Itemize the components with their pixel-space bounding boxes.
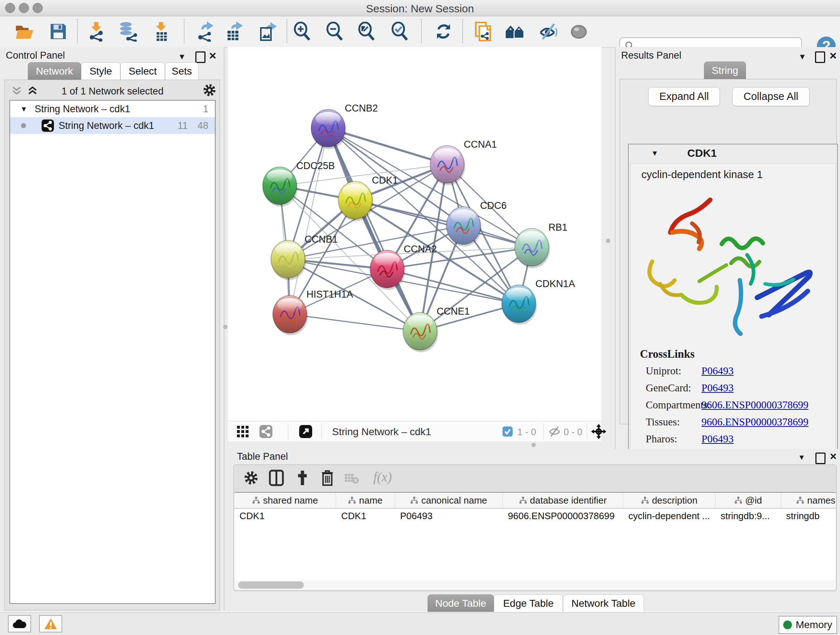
- zoom-selected-icon[interactable]: [390, 21, 410, 42]
- network-row[interactable]: String Network – cdk1 11 48: [10, 117, 215, 134]
- panel-close-icon[interactable]: ×: [209, 49, 216, 63]
- table-settings-gear-icon[interactable]: [243, 470, 259, 486]
- tab-edge-table[interactable]: Edge Table: [494, 594, 563, 612]
- column-header-namespace[interactable]: namespace: [781, 493, 836, 508]
- network-node-cdc6[interactable]: CDC6: [447, 200, 507, 247]
- table-cell[interactable]: stringdb: [781, 509, 836, 524]
- cloud-button[interactable]: [8, 615, 31, 632]
- panel-float-icon[interactable]: [815, 453, 826, 464]
- network-node-ccna1[interactable]: CCNA1: [430, 139, 497, 185]
- column-header-name[interactable]: name: [336, 493, 395, 508]
- collection-collapse-icon[interactable]: ▼: [20, 105, 27, 113]
- panel-menu-icon[interactable]: ▼: [178, 52, 186, 62]
- export-network-icon[interactable]: [195, 21, 216, 42]
- warnings-button[interactable]: [39, 615, 62, 632]
- grid-mode-icon[interactable]: [237, 425, 249, 438]
- control-panel: Control Panel ▼ × Network Style Select S…: [0, 47, 224, 610]
- column-header-databaseidentifier[interactable]: database identifier: [503, 493, 623, 508]
- tab-node-table[interactable]: Node Table: [428, 594, 494, 612]
- network-canvas[interactable]: CCNB2CCNA1CDC25BCDK1CDC6RB1CCNB1CCNA2CDK…: [228, 47, 601, 421]
- column-header-id[interactable]: @id: [715, 493, 781, 508]
- function-builder-icon[interactable]: f(x): [373, 469, 392, 485]
- zoom-in-icon[interactable]: [292, 21, 313, 42]
- selected-checkbox-icon[interactable]: [502, 426, 513, 437]
- panel-float-icon[interactable]: [815, 51, 825, 63]
- add-column-icon[interactable]: [294, 469, 310, 486]
- zoom-fit-icon[interactable]: [357, 21, 377, 42]
- network-node-ccnb2[interactable]: CCNB2: [311, 103, 378, 149]
- section-collapse-icon[interactable]: ▼: [651, 149, 658, 157]
- table-cell[interactable]: stringdb:9...: [715, 509, 781, 524]
- import-table-icon[interactable]: [151, 21, 171, 42]
- export-table-icon[interactable]: [224, 21, 245, 42]
- tab-string[interactable]: String: [704, 62, 746, 79]
- network-node-ccne1[interactable]: CCNE1: [403, 306, 470, 352]
- network-edge[interactable]: [328, 128, 447, 165]
- table-row[interactable]: CDK1CDK1P064939606.ENSP00000378699cyclin…: [234, 509, 836, 524]
- refresh-icon[interactable]: [433, 21, 454, 42]
- crosslink-link[interactable]: P06493: [701, 382, 734, 394]
- panel-menu-icon[interactable]: ▼: [798, 453, 805, 462]
- column-type-icon: [734, 496, 742, 504]
- copy-style-icon[interactable]: [473, 21, 493, 42]
- delete-column-icon[interactable]: [320, 469, 335, 486]
- column-header-canonicalname[interactable]: canonical name: [395, 493, 503, 508]
- network-node-cdkn1a[interactable]: CDKN1A: [502, 279, 575, 325]
- network-collection-row[interactable]: ▼ String Network – cdk1 1: [10, 101, 215, 117]
- tab-sets[interactable]: Sets: [165, 62, 199, 80]
- network-view-icon[interactable]: [259, 424, 273, 439]
- scrollbar-thumb[interactable]: [238, 581, 304, 589]
- open-session-icon[interactable]: [14, 21, 35, 42]
- hidden-eye-icon[interactable]: [548, 426, 561, 437]
- export-image-icon[interactable]: [257, 21, 278, 42]
- column-header-sharedname[interactable]: shared name: [234, 493, 336, 508]
- panel-close-icon[interactable]: ×: [830, 450, 837, 463]
- network-node-rb1[interactable]: RB1: [515, 222, 568, 268]
- node-label: CDC6: [480, 200, 507, 211]
- panel-close-icon[interactable]: ×: [829, 49, 837, 63]
- memory-button[interactable]: Memory: [778, 616, 837, 634]
- table-horizontal-scrollbar[interactable]: [234, 580, 836, 590]
- network-edge[interactable]: [290, 128, 328, 314]
- network-node-hist1h1a[interactable]: HIST1H1A: [273, 289, 353, 335]
- tab-style[interactable]: Style: [81, 62, 120, 80]
- delete-table-icon[interactable]: [344, 473, 359, 485]
- first-neighbors-icon[interactable]: [505, 21, 525, 42]
- crosslink-link[interactable]: P06493: [701, 365, 734, 377]
- panel-menu-icon[interactable]: ▼: [798, 52, 806, 62]
- collapse-all-button[interactable]: Collapse All: [732, 87, 810, 106]
- network-edge[interactable]: [328, 128, 420, 331]
- save-session-icon[interactable]: [48, 21, 68, 42]
- table-cell[interactable]: 9606.ENSP00000378699: [503, 509, 623, 524]
- hide-selected-icon[interactable]: [538, 21, 559, 42]
- tab-network-table[interactable]: Network Table: [563, 594, 644, 612]
- tab-network[interactable]: Network: [28, 62, 81, 80]
- network-edge[interactable]: [387, 269, 519, 304]
- right-splitter-handle[interactable]: [606, 239, 610, 243]
- show-all-icon[interactable]: [569, 21, 589, 42]
- table-cell[interactable]: P06493: [395, 509, 503, 524]
- table-cell[interactable]: CDK1: [336, 509, 395, 524]
- panel-float-icon[interactable]: [195, 51, 205, 63]
- protein-section-header[interactable]: ▼ CDK1: [629, 144, 837, 162]
- table-cell[interactable]: cyclin-dependent ...: [623, 509, 715, 524]
- main-toolbar: ?: [0, 16, 840, 48]
- network-edge[interactable]: [290, 314, 420, 331]
- network-options-gear-icon[interactable]: [202, 83, 217, 97]
- left-splitter-handle[interactable]: [223, 325, 227, 329]
- import-network-icon[interactable]: [86, 21, 106, 42]
- zoom-out-icon[interactable]: [325, 21, 345, 42]
- tab-select[interactable]: Select: [120, 62, 165, 80]
- show-columns-icon[interactable]: [268, 469, 284, 486]
- column-header-description[interactable]: description: [623, 493, 715, 508]
- detach-view-icon[interactable]: [299, 424, 313, 439]
- crosslink-link[interactable]: 9606.ENSP00000378699: [701, 399, 808, 411]
- expand-all-button[interactable]: Expand All: [648, 87, 720, 106]
- birds-eye-view-icon[interactable]: [591, 424, 606, 439]
- import-network-from-database-icon[interactable]: [118, 21, 138, 42]
- crosslink-link[interactable]: 9606.ENSP00000378699: [701, 416, 808, 428]
- node-table[interactable]: shared namenamecanonical namedatabase id…: [234, 492, 836, 580]
- table-cell[interactable]: CDK1: [234, 509, 336, 524]
- crosslink-link[interactable]: P06493: [701, 433, 734, 445]
- bottom-splitter-handle[interactable]: [531, 443, 536, 447]
